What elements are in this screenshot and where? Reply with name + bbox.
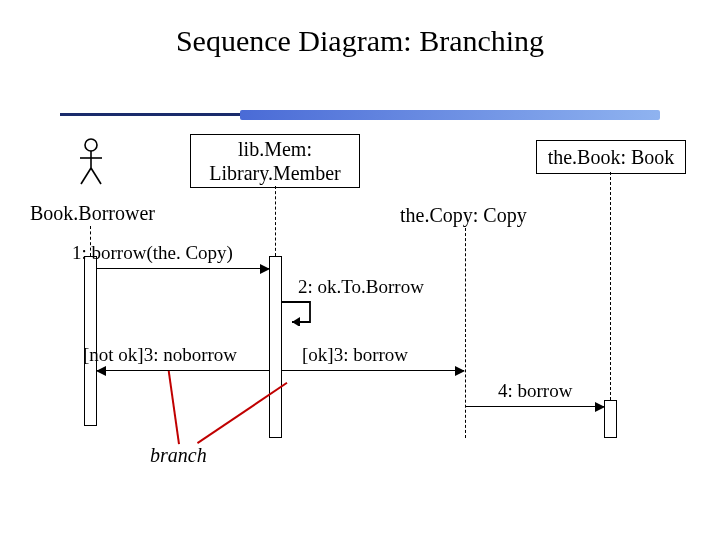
object-thebook-label: the.Book: Book	[548, 146, 675, 168]
lifeline-book	[610, 172, 611, 400]
activation-book	[604, 400, 617, 438]
msg3a-arrow	[97, 370, 269, 371]
msg4-arrow	[466, 406, 604, 407]
msg1-label: 1: borrow(the. Copy)	[72, 242, 233, 264]
object-libmem: lib.Mem: Library.Member	[190, 134, 360, 188]
annotation-branch: branch	[150, 444, 207, 467]
svg-line-4	[91, 168, 101, 184]
diagram-title: Sequence Diagram: Branching	[0, 0, 720, 58]
msg3b-label: [ok]3: borrow	[302, 344, 408, 366]
activation-actor	[84, 256, 97, 426]
sequence-stage: Book.Borrower lib.Mem: Library.Member th…	[0, 128, 720, 498]
svg-marker-5	[292, 317, 300, 326]
actor-icon	[78, 138, 104, 190]
msg3a-label: [not ok]3: noborrow	[83, 344, 237, 366]
msg3b-arrow	[282, 370, 464, 371]
branch-line-left	[168, 371, 180, 445]
svg-point-0	[85, 139, 97, 151]
msg2-arrow	[282, 300, 322, 330]
lifeline-libmem	[275, 186, 276, 256]
object-thecopy-label: the.Copy: Copy	[400, 204, 527, 227]
svg-line-3	[81, 168, 91, 184]
object-libmem-label: lib.Mem: Library.Member	[209, 138, 340, 184]
msg4-label: 4: borrow	[498, 380, 572, 402]
object-thebook: the.Book: Book	[536, 140, 686, 174]
actor-label: Book.Borrower	[30, 202, 155, 225]
msg2-label: 2: ok.To.Borrow	[298, 276, 424, 298]
activation-libmem	[269, 256, 282, 438]
msg1-arrow	[97, 268, 269, 269]
underline-rule	[60, 110, 660, 120]
